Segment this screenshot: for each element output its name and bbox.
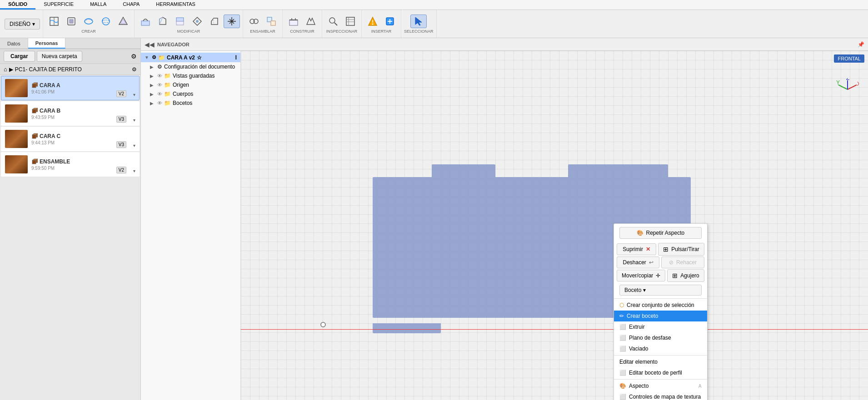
ctx-item-crear-conjunto[interactable]: ⬡ Crear conjunto de selección — [614, 300, 707, 311]
insertar-btn-1[interactable] — [364, 15, 381, 28]
move-copy-btn[interactable] — [224, 15, 240, 28]
home-icon[interactable]: ⌂ — [4, 66, 7, 73]
tree-item-config[interactable]: ▶ ⚙ Configuración del documento — [141, 62, 240, 71]
crear-btn-1[interactable] — [46, 15, 62, 28]
tree-item-cuerpos[interactable]: ▶ 👁 📁 Cuerpos — [141, 89, 240, 99]
modificar-btn-5[interactable] — [206, 15, 223, 28]
toolbar-group-insertar: INSERTAR — [362, 10, 401, 38]
tree-arrow-bocetos: ▶ — [150, 101, 155, 106]
ctx-item-extruir[interactable]: ⬜ Extruir — [614, 321, 707, 332]
doc-item-cara-b[interactable]: CARA B 9:43:59 PM V3 ▾ — [1, 101, 140, 126]
canvas-area: ▼ ⚙ 📁 CARA A v2 ☆ ⁞ ▶ ⚙ Configuración de… — [141, 51, 868, 400]
construir-btn-1[interactable] — [285, 15, 302, 28]
ctx-item-controles-mapa[interactable]: ⬜ Controles de mapa de textura — [614, 391, 707, 400]
doc-arrow-cara-a[interactable]: ▾ — [133, 92, 135, 97]
ctx-item-editar-boceto-perfil[interactable]: ⬜ Editar boceto de perfil — [614, 367, 707, 378]
undo-label: Deshacer — [623, 259, 646, 266]
construir-label: CONSTRUIR — [290, 29, 314, 34]
ensamblar-btn-2[interactable] — [263, 15, 279, 28]
svg-rect-21 — [289, 20, 298, 25]
ctx-row-move-hole: Mover/copiar ✛ ⊞ Agujero — [617, 269, 704, 282]
push-pull-label: Pulsar/Tirar — [671, 246, 699, 252]
doc-arrow-ensamble[interactable]: ▾ — [133, 168, 135, 173]
inspeccionar-btn-2[interactable] — [342, 15, 359, 28]
breadcrumb-project: PC1- CAJITA DE PERRITO — [15, 66, 82, 73]
design-button[interactable]: DISEÑO ▾ — [5, 19, 40, 30]
design-label: DISEÑO — [10, 21, 30, 27]
svg-rect-20 — [271, 21, 275, 25]
main-toolbar: DISEÑO ▾ CREAR — [0, 10, 868, 38]
undo-arrow-icon: ↩ — [649, 259, 653, 266]
context-menu: 🎨 Repetir Aspecto Suprimir ✕ ⊞ Pulsar/Ti… — [614, 223, 708, 400]
toolbar-group-crear: CREAR — [43, 10, 135, 38]
modificar-btn-1[interactable] — [137, 15, 154, 28]
controles-label: Controles de mapa de textura — [629, 394, 701, 400]
push-pull-button[interactable]: ⊞ Pulsar/Tirar — [658, 243, 704, 256]
nav-collapse-icon[interactable]: ◀◀ — [145, 41, 155, 48]
tree-arrow-doc: ▼ — [145, 55, 150, 60]
modificar-btn-2[interactable] — [155, 15, 171, 28]
ctx-item-editar-elemento[interactable]: Editar elemento — [614, 356, 707, 367]
crear-btn-5[interactable] — [115, 15, 131, 28]
move-copy-button[interactable]: Mover/copiar ✛ — [617, 270, 665, 281]
tab-datos[interactable]: Datos — [0, 38, 28, 49]
doc-thumb-cara-b — [5, 104, 28, 123]
svg-point-16 — [231, 20, 233, 22]
crear-btn-3[interactable] — [80, 15, 97, 28]
redo-button[interactable]: ⊘ Rehacer — [661, 257, 704, 268]
doc-arrow-cara-b[interactable]: ▾ — [133, 118, 135, 123]
tab-solido[interactable]: SÓLIDO — [0, 0, 35, 10]
ctx-item-aspecto[interactable]: 🎨 Aspecto A — [614, 380, 707, 391]
boceto-chevron-icon: ▾ — [643, 287, 646, 293]
modificar-btn-4[interactable] — [189, 15, 205, 28]
hole-button[interactable]: ⊞ Agujero — [667, 269, 704, 282]
ctx-item-crear-boceto[interactable]: ✏ Crear boceto — [614, 311, 707, 321]
tab-chapa[interactable]: CHAPA — [115, 0, 148, 10]
ctx-separator-3 — [614, 379, 707, 380]
doc-thumb-ensamble — [5, 155, 28, 173]
ctx-item-vaciado[interactable]: ⬜ Vaciado — [614, 343, 707, 354]
construir-btn-2[interactable] — [303, 15, 319, 28]
seleccionar-btn-1[interactable] — [410, 15, 427, 28]
tree-item-vistas[interactable]: ▶ 👁 📁 Vistas guardadas — [141, 71, 240, 80]
doc-item-cara-c[interactable]: CARA C 9:44:13 PM V3 ▾ — [1, 127, 140, 151]
modificar-btn-3[interactable] — [172, 15, 188, 28]
tree-doc-header[interactable]: ▼ ⚙ 📁 CARA A v2 ☆ ⁞ — [141, 53, 240, 62]
canvas[interactable]: FRONTAL X Y Z — [241, 51, 868, 400]
doc-item-cara-a[interactable]: CARA A 9:41:06 PM V2 ▾ — [1, 76, 140, 100]
tab-malla[interactable]: MALLA — [82, 0, 115, 10]
modificar-label: MODIFICAR — [177, 29, 200, 34]
crear-btn-2[interactable] — [63, 15, 80, 28]
ctx-item-plano-desfase[interactable]: ⬜ Plano de desfase — [614, 332, 707, 343]
push-pull-icon: ⊞ — [663, 246, 668, 253]
settings-gear-icon[interactable]: ⚙ — [131, 53, 137, 60]
delete-button[interactable]: Suprimir ✕ — [617, 243, 656, 255]
repeat-aspect-button[interactable]: 🎨 Repetir Aspecto — [619, 227, 702, 239]
new-folder-button[interactable]: Nueva carpeta — [37, 51, 82, 62]
boceto-dropdown[interactable]: Boceto ▾ — [619, 285, 702, 296]
tree-arrow-cuerpos: ▶ — [150, 92, 155, 97]
plano-label: Plano de desfase — [629, 335, 671, 341]
crear-btn-4[interactable] — [98, 15, 114, 28]
nav-pin-icon[interactable]: 📌 — [858, 41, 864, 48]
vaciado-icon: ⬜ — [619, 346, 626, 352]
inspeccionar-btn-1[interactable] — [325, 15, 341, 28]
tab-herramientas[interactable]: HERRAMIENTAS — [148, 0, 204, 10]
crear-conjunto-label: Crear conjunto de selección — [627, 302, 694, 308]
tab-personas[interactable]: Personas — [28, 38, 66, 49]
tree-doc-options-icon[interactable]: ⁞ — [235, 54, 237, 61]
tree-item-origen[interactable]: ▶ 👁 📁 Origen — [141, 80, 240, 89]
undo-button[interactable]: Deshacer ↩ — [617, 257, 659, 268]
tree-folder-bocetos-icon: 📁 — [164, 100, 171, 106]
insertar-btn-2[interactable] — [382, 15, 398, 28]
tree-item-bocetos[interactable]: ▶ 👁 📁 Bocetos — [141, 99, 240, 108]
ensamblar-btn-1[interactable] — [246, 15, 262, 28]
doc-arrow-cara-c[interactable]: ▾ — [133, 143, 135, 148]
load-button[interactable]: Cargar — [4, 51, 35, 62]
doc-item-ensamble[interactable]: ENSAMBLE 9:59:50 PM V2 ▾ — [1, 152, 140, 177]
breadcrumb-gear-icon[interactable]: ⚙ — [132, 66, 137, 73]
svg-text:X: X — [857, 81, 859, 87]
tree-arrow-config: ▶ — [150, 64, 155, 69]
tab-superficie[interactable]: SUPERFICIE — [35, 0, 82, 10]
frontal-badge: FRONTAL — [834, 54, 864, 63]
